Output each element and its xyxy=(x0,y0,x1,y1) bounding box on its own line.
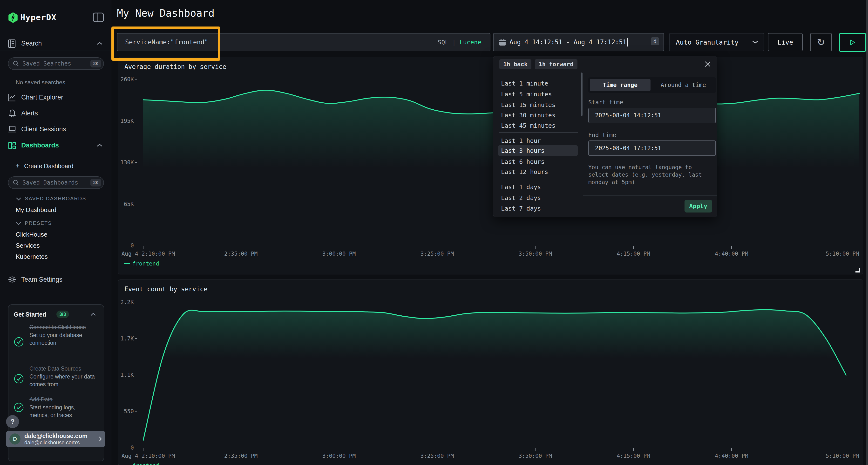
help-label: ? xyxy=(10,418,14,426)
start-time-input[interactable]: 2025-08-04 14:12:51 xyxy=(588,108,716,123)
step-title: Connect to ClickHouse xyxy=(29,323,92,331)
granularity-value: Auto Granularity xyxy=(676,38,739,46)
app-logo-text: HyperDX xyxy=(20,12,56,22)
preset-option[interactable]: Last 15 minutes xyxy=(501,100,556,110)
y-tick-label: 1.7K xyxy=(118,335,134,342)
lucene-toggle: Lucene xyxy=(460,39,481,46)
x-tick-label: 5:10:00 PM xyxy=(826,251,859,257)
get-started-item[interactable]: Create Data Sources Configure where your… xyxy=(29,365,97,388)
preset-option-selected[interactable]: Last 3 hours xyxy=(498,145,578,156)
text-caret xyxy=(627,38,628,46)
window-scrollbar[interactable] xyxy=(866,0,868,465)
panel-resize-handle[interactable] xyxy=(856,268,860,272)
preset-option[interactable]: Last 1 hour xyxy=(501,135,541,146)
page-title: My New Dashboard xyxy=(117,7,215,19)
bell-icon xyxy=(8,109,16,118)
section-presets[interactable]: PRESETS xyxy=(0,219,111,230)
saved-dashboards-input[interactable]: Saved Dashboards ⌘K xyxy=(8,176,104,189)
y-tick-label: 550 xyxy=(118,408,134,414)
natural-language-hint: You can use natural language to select d… xyxy=(588,164,715,186)
x-tick-label: 3:00:00 PM xyxy=(322,453,355,459)
x-tick-label: 4:40:00 PM xyxy=(715,453,748,459)
sidebar-item-team-settings[interactable]: Team Settings xyxy=(0,275,111,285)
sidebar-item-search[interactable]: Search xyxy=(0,38,111,49)
user-account-button[interactable]: D dale@clickhouse.com dale@clickhouse.co… xyxy=(6,431,105,447)
start-time-label: Start time xyxy=(588,99,623,106)
y-tick-label: 1.1K xyxy=(118,372,134,378)
chevron-down-icon xyxy=(752,40,758,44)
help-button[interactable]: ? xyxy=(6,415,19,428)
refresh-button[interactable]: ↻ xyxy=(810,33,832,51)
tab-around-a-time[interactable]: Around a time xyxy=(652,79,715,91)
shortcut-badge: ⌘K xyxy=(90,179,101,187)
live-button[interactable]: Live xyxy=(768,33,803,51)
x-tick-label: Aug 4 2:10:00 PM xyxy=(122,251,175,257)
preset-option[interactable]: Last 1 minute xyxy=(501,78,548,89)
y-tick-label: 65K xyxy=(118,201,134,207)
get-started-item[interactable]: Connect to ClickHouse Set up your databa… xyxy=(29,323,92,347)
x-tick-label: 3:50:00 PM xyxy=(519,251,552,257)
x-tick-label: Aug 4 2:10:00 PM xyxy=(122,453,175,459)
tab-time-range[interactable]: Time range xyxy=(590,79,651,91)
x-tick-label: 5:10:00 PM xyxy=(826,453,859,459)
x-tick-label: 4:40:00 PM xyxy=(715,251,748,257)
sidebar-item-label: Dashboards xyxy=(21,142,59,149)
close-icon[interactable] xyxy=(705,61,711,67)
preset-option[interactable]: Last 1 days xyxy=(501,182,541,192)
sidebar-item-client-sessions[interactable]: Client Sessions xyxy=(0,124,111,135)
popup-scrollbar[interactable] xyxy=(581,72,583,116)
sidebar-item-label: Client Sessions xyxy=(21,126,66,133)
sidebar-item-dashboards[interactable]: Dashboards xyxy=(0,140,111,151)
sidebar-item-chart-explorer[interactable]: Chart Explorer xyxy=(0,93,111,103)
apply-button[interactable]: Apply xyxy=(684,200,712,212)
sidebar-item-my-dashboard[interactable]: My Dashboard xyxy=(16,206,56,214)
section-saved-dashboards[interactable]: SAVED DASHBOARDS xyxy=(0,195,111,205)
chart-legend[interactable]: frontend xyxy=(124,462,159,465)
preset-option[interactable]: Last 12 hours xyxy=(501,166,548,177)
divider xyxy=(583,195,717,196)
calendar-icon xyxy=(499,38,506,46)
chevron-up-icon xyxy=(96,143,103,147)
shift-back-button[interactable]: 1h back xyxy=(499,59,531,69)
collapse-sidebar-icon[interactable] xyxy=(93,12,104,22)
step-desc: Start sending logs, metrics, or traces xyxy=(29,404,94,419)
language-toggle[interactable]: SQL | Lucene xyxy=(438,39,481,46)
chart-panel-average-duration: Average duration by service 260K 195K xyxy=(118,57,863,274)
x-tick-label: 2:35:00 PM xyxy=(224,453,257,459)
step-desc: Set up your database connection xyxy=(29,331,92,347)
preset-option[interactable]: Last 14 days xyxy=(501,214,545,217)
granularity-select[interactable]: Auto Granularity xyxy=(669,33,764,51)
preset-option[interactable]: Last 5 minutes xyxy=(501,89,552,100)
app-window: HyperDX Search Sav xyxy=(0,0,868,465)
divider xyxy=(0,51,111,51)
get-started-item[interactable]: Add Data Start sending logs, metrics, or… xyxy=(29,396,94,419)
end-time-input[interactable]: 2025-08-04 17:12:51 xyxy=(588,140,716,156)
laptop-icon xyxy=(8,126,17,133)
saved-searches-input[interactable]: Saved Searches ⌘K xyxy=(8,57,104,70)
sidebar-item-services[interactable]: Services xyxy=(16,242,40,250)
sidebar-item-clickhouse[interactable]: ClickHouse xyxy=(16,231,48,238)
sidebar-item-kubernetes[interactable]: Kubernetes xyxy=(16,253,48,261)
step-title: Create Data Sources xyxy=(29,365,97,373)
search-icon xyxy=(13,179,19,186)
sidebar: HyperDX Search Sav xyxy=(0,0,112,465)
sidebar-item-alerts[interactable]: Alerts xyxy=(0,108,111,119)
y-tick-label: 0 xyxy=(118,444,134,451)
preset-option[interactable]: Last 30 minutes xyxy=(501,110,556,121)
time-picker-popup: 1h back 1h forward Last 1 minute Last 5 … xyxy=(493,56,717,217)
annotation-highlight-box xyxy=(112,27,220,61)
preset-option[interactable]: Last 6 hours xyxy=(501,156,545,167)
check-circle-icon xyxy=(14,402,24,412)
chevron-up-icon[interactable] xyxy=(90,312,96,316)
chart-legend[interactable]: frontend xyxy=(124,261,159,267)
create-dashboard-button[interactable]: + Create Dashboard xyxy=(0,161,111,171)
preset-option[interactable]: Last 2 days xyxy=(501,193,541,203)
x-tick-label: 4:15:00 PM xyxy=(617,453,650,459)
time-range-input[interactable]: Aug 4 14:12:51 - Aug 4 17:12:51 d xyxy=(493,33,664,51)
x-tick-label: 3:50:00 PM xyxy=(519,453,552,459)
preset-option[interactable]: Last 45 minutes xyxy=(501,120,556,131)
no-saved-searches-text: No saved searches xyxy=(16,79,65,86)
preset-option[interactable]: Last 7 days xyxy=(501,203,541,214)
run-query-button[interactable] xyxy=(839,33,866,52)
shift-forward-button[interactable]: 1h forward xyxy=(535,59,578,69)
